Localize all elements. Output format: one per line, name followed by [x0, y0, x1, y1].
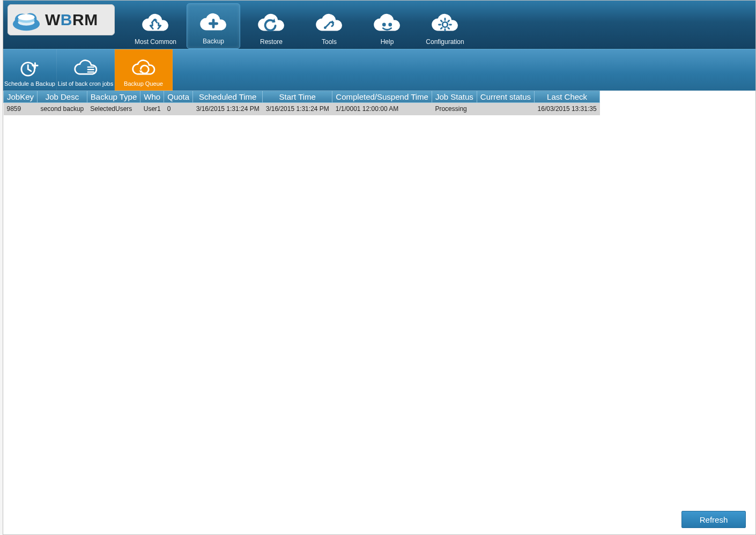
cell-backuptype: SelectedUsers — [87, 103, 140, 115]
cell-scheduled: 3/16/2015 1:31:24 PM — [193, 103, 263, 115]
ribbon-item-backup[interactable]: Backup — [187, 3, 240, 49]
ribbon-label: Most Common — [135, 38, 176, 46]
col-header[interactable]: Job Desc — [38, 91, 87, 103]
cloud-gear-icon — [429, 13, 461, 35]
cloud-tools-icon — [314, 13, 345, 35]
ribbon-label: Backup — [203, 38, 224, 45]
svg-point-6 — [324, 26, 327, 29]
col-header[interactable]: Scheduled Time — [193, 91, 263, 103]
cell-lastcheck: 16/03/2015 13:31:35 — [535, 103, 600, 115]
ribbon-label: Tools — [322, 38, 337, 46]
col-header[interactable]: Current status — [477, 91, 534, 103]
queue-table-wrap: JobKeyJob DescBackup TypeWhoQuotaSchedul… — [3, 91, 755, 513]
svg-point-7 — [382, 23, 386, 27]
clock-plus-icon — [17, 59, 43, 77]
app-frame: WBRM Most Common Backup Restore Tools — [3, 0, 756, 535]
cell-current — [477, 103, 534, 115]
sub-item-schedule-backup[interactable]: Schedule a Backup — [3, 49, 57, 91]
cell-jobstatus: Processing — [432, 103, 477, 115]
ribbon-items: Most Common Backup Restore Tools Help — [127, 3, 474, 49]
col-header[interactable]: Who — [140, 91, 164, 103]
cloud-help-icon — [372, 13, 403, 35]
queue-table: JobKeyJob DescBackup TypeWhoQuotaSchedul… — [3, 91, 600, 115]
ribbon-item-tools[interactable]: Tools — [302, 3, 356, 49]
col-header[interactable]: JobKey — [4, 91, 38, 103]
cell-jobdesc: second backup — [38, 103, 87, 115]
cell-completed: 1/1/0001 12:00:00 AM — [332, 103, 432, 115]
col-header[interactable]: Quota — [164, 91, 193, 103]
cell-quota: 0 — [164, 103, 193, 115]
col-header[interactable]: Last Check — [535, 91, 600, 103]
col-header[interactable]: Backup Type — [87, 91, 140, 103]
col-header[interactable]: Job Status — [432, 91, 477, 103]
refresh-button[interactable]: Refresh — [681, 511, 746, 528]
table-row[interactable]: 9859second backupSelectedUsersUser103/16… — [4, 103, 600, 115]
app-logo: WBRM — [8, 4, 115, 35]
ribbon-item-restore[interactable]: Restore — [244, 3, 298, 49]
svg-point-8 — [388, 23, 392, 27]
cloud-cycle-icon — [131, 59, 157, 77]
cell-who: User1 — [140, 103, 164, 115]
svg-point-5 — [18, 14, 35, 20]
ribbon-label: Restore — [260, 38, 283, 46]
cloud-undo-icon — [256, 13, 287, 35]
sub-item-label: Backup Queue — [124, 80, 163, 87]
sub-item-backup-queue[interactable]: Backup Queue — [115, 49, 173, 91]
ribbon-item-configuration[interactable]: Configuration — [418, 3, 472, 49]
sub-item-list-cron[interactable]: List of back cron jobs — [57, 49, 115, 91]
cell-start: 3/16/2015 1:31:24 PM — [263, 103, 332, 115]
top-ribbon: WBRM Most Common Backup Restore Tools — [3, 1, 755, 49]
cloud-plus-icon — [198, 13, 229, 34]
logo-text: WBRM — [45, 11, 98, 29]
ribbon-label: Configuration — [426, 38, 464, 46]
sub-toolbar: Schedule a Backup List of back cron jobs… — [3, 49, 755, 91]
sub-item-label: List of back cron jobs — [58, 80, 113, 87]
cell-jobkey: 9859 — [4, 103, 38, 115]
col-header[interactable]: Start Time — [263, 91, 332, 103]
table-header-row: JobKeyJob DescBackup TypeWhoQuotaSchedul… — [4, 91, 600, 103]
cloud-list-icon — [73, 59, 99, 77]
ribbon-item-most-common[interactable]: Most Common — [129, 3, 182, 49]
col-header[interactable]: Completed/Suspend Time — [332, 91, 432, 103]
ribbon-label: Help — [381, 38, 394, 46]
logo-cloud-icon — [11, 8, 42, 32]
ribbon-item-help[interactable]: Help — [360, 3, 414, 49]
cloud-arrows-icon — [140, 13, 171, 35]
sub-item-label: Schedule a Backup — [4, 80, 55, 87]
